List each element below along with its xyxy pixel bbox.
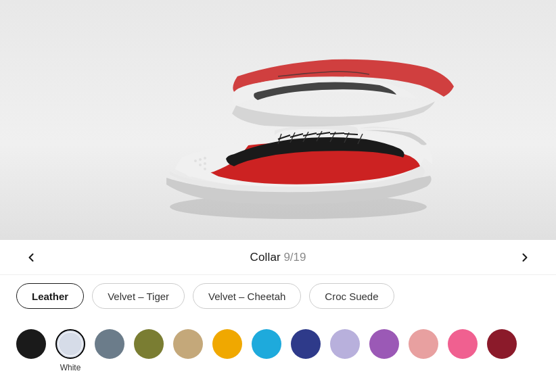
swatch-item-tan[interactable] xyxy=(173,329,203,363)
swatch-circle-pink xyxy=(448,329,478,359)
swatch-circle-cyan xyxy=(252,329,281,359)
swatch-item-navy[interactable] xyxy=(291,329,321,363)
nav-counter: 9/19 xyxy=(283,251,306,264)
navigation-row: Collar 9/19 xyxy=(0,240,556,275)
swatch-item-burgundy[interactable] xyxy=(487,329,517,363)
nav-label-group: Collar 9/19 xyxy=(250,251,306,264)
swatch-item-lavender[interactable] xyxy=(330,329,360,363)
nav-section-label: Collar xyxy=(250,251,281,264)
chip-velvet-tiger[interactable]: Velvet – Tiger xyxy=(92,283,185,309)
chip-leather[interactable]: Leather xyxy=(16,283,84,309)
svg-point-16 xyxy=(204,168,206,170)
hero-section xyxy=(0,0,556,240)
shoe-image xyxy=(102,19,454,222)
swatch-item-olive[interactable] xyxy=(134,329,164,363)
swatch-item-cyan[interactable] xyxy=(252,329,281,363)
swatch-circle-lavender xyxy=(330,329,360,359)
svg-point-15 xyxy=(199,164,202,166)
swatch-circle-olive xyxy=(134,329,164,359)
svg-point-17 xyxy=(199,158,202,161)
swatch-circle-burgundy xyxy=(487,329,517,359)
color-swatches-row: White xyxy=(0,317,556,392)
material-chips-row: LeatherVelvet – TigerVelvet – CheetahCro… xyxy=(0,275,556,317)
swatch-circle-navy xyxy=(291,329,321,359)
swatch-circle-white xyxy=(55,329,85,359)
svg-line-12 xyxy=(330,133,344,134)
svg-point-19 xyxy=(204,157,206,160)
svg-point-18 xyxy=(204,162,206,165)
swatch-item-white[interactable]: White xyxy=(55,329,85,372)
swatch-circle-purple xyxy=(369,329,399,359)
svg-line-13 xyxy=(344,134,358,134)
svg-point-14 xyxy=(194,160,197,162)
swatch-item-yellow[interactable] xyxy=(212,329,242,363)
swatch-item-pink[interactable] xyxy=(448,329,478,363)
swatch-item-blush[interactable] xyxy=(409,329,438,363)
swatch-circle-blush xyxy=(409,329,438,359)
swatch-circle-tan xyxy=(173,329,203,359)
swatch-circle-yellow xyxy=(212,329,242,359)
swatch-circle-slate xyxy=(95,329,124,359)
chip-croc-suede[interactable]: Croc Suede xyxy=(309,283,394,309)
swatch-item-black[interactable] xyxy=(16,329,46,363)
swatch-label-white: White xyxy=(60,363,81,372)
prev-button[interactable] xyxy=(20,247,42,268)
next-button[interactable] xyxy=(514,247,536,268)
swatch-item-slate[interactable] xyxy=(95,329,124,363)
chip-velvet-cheetah[interactable]: Velvet – Cheetah xyxy=(193,283,301,309)
swatch-item-purple[interactable] xyxy=(369,329,399,363)
swatch-circle-black xyxy=(16,329,46,359)
